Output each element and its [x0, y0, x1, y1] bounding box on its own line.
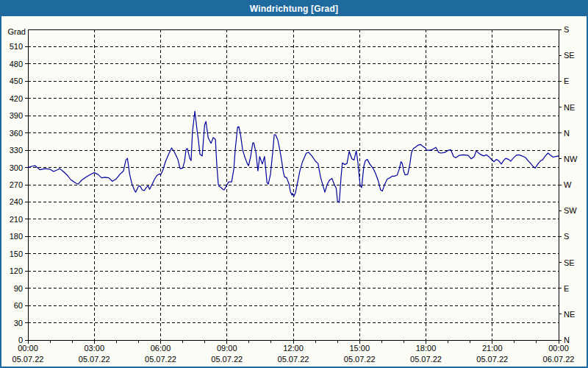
x-tick-time-label: 12:00	[283, 344, 304, 353]
y-left-tick-label: 210	[10, 215, 23, 224]
x-tick-time-label: 15:00	[349, 344, 370, 353]
y-right-tick-label: S	[564, 25, 569, 34]
y-left-tick-label: 60	[14, 301, 23, 310]
x-tick-time-label: 09:00	[217, 344, 237, 353]
x-tick-time-label: 00:00	[18, 344, 38, 353]
y-left-tick-label: 390	[10, 111, 23, 120]
y-right-tick-label: SW	[564, 206, 577, 215]
y-right-tick-label: E	[564, 77, 569, 85]
y-left-tick-label: 480	[10, 60, 23, 68]
y-right-tick-label: NE	[564, 103, 575, 112]
y-left-tick-label: 120	[10, 266, 23, 275]
x-tick-date-label: 05.07.22	[476, 355, 508, 364]
x-tick-time-label: 00:00	[548, 344, 569, 353]
y-left-tick-label: 180	[10, 232, 23, 241]
y-left-tick-label: 240	[10, 197, 23, 206]
y-left-tick-label: 150	[10, 250, 23, 258]
y-right-tick-label: SE	[564, 258, 575, 267]
x-tick-time-label: 18:00	[416, 344, 437, 353]
x-tick-date-label: 05.07.22	[211, 355, 243, 364]
y-right-tick-label: E	[564, 284, 569, 293]
y-right-tick-label: SE	[564, 51, 575, 60]
y-left-tick-label: 30	[14, 319, 23, 328]
y-right-tick-label: W	[564, 180, 572, 189]
y-left-tick-label: 270	[10, 180, 23, 189]
y-right-tick-label: N	[564, 129, 570, 138]
y-right-tick-label: S	[564, 232, 569, 241]
x-tick-time-label: 21:00	[482, 344, 503, 353]
chart-area: 0306090120150180210240270300330360390420…	[1, 1, 587, 367]
y-left-tick-label: 420	[10, 94, 23, 103]
x-tick-date-label: 05.07.22	[410, 355, 442, 364]
y-left-tick-label: 450	[10, 77, 23, 85]
y-left-tick-label: 360	[10, 129, 23, 138]
x-tick-time-label: 06:00	[151, 344, 171, 353]
x-tick-time-label: 03:00	[84, 344, 104, 353]
x-tick-date-label: 05.07.22	[145, 355, 176, 364]
y-left-tick-label: 330	[10, 146, 23, 155]
y-right-tick-label: NW	[564, 155, 578, 163]
wind-direction-chart: 0306090120150180210240270300330360390420…	[1, 1, 587, 367]
y-left-axis-title: Grad	[8, 27, 26, 36]
x-tick-date-label: 05.07.22	[12, 355, 44, 364]
chart-window: Windrichtung [Grad] 03060901201501802102…	[0, 0, 588, 368]
y-left-tick-label: 300	[10, 163, 23, 172]
x-tick-date-label: 05.07.22	[344, 355, 376, 364]
x-tick-date-label: 05.07.22	[278, 355, 309, 364]
y-left-tick-label: 510	[10, 42, 23, 51]
y-right-tick-label: NE	[564, 310, 575, 319]
y-left-tick-label: 90	[14, 284, 23, 293]
x-tick-date-label: 06.07.22	[543, 355, 575, 364]
gridlines	[28, 29, 559, 340]
x-tick-date-label: 05.07.22	[79, 355, 110, 364]
